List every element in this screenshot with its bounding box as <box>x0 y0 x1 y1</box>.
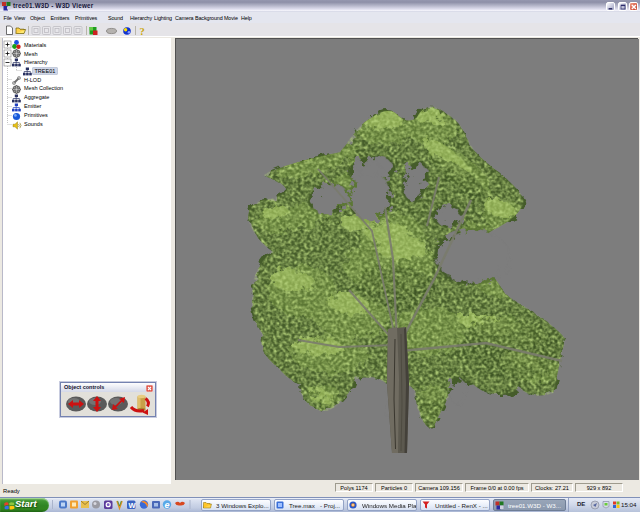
svg-text:W: W <box>129 501 137 510</box>
svg-text:e: e <box>164 500 169 510</box>
svg-text:?: ? <box>140 26 145 37</box>
